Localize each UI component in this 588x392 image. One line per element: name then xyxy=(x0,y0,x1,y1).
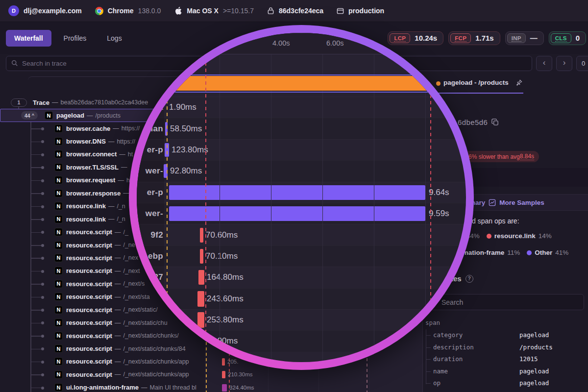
magnifier-ring: a1.90mslan58.50mser-p123.80mswer-92.80ms… xyxy=(129,25,474,370)
span-duration-bar[interactable] xyxy=(197,291,204,307)
span-description: /_n xyxy=(117,216,125,222)
chevron-up-icon: ^ xyxy=(32,113,34,118)
span-op-name: resource.script xyxy=(66,254,112,262)
tree-tick xyxy=(426,383,431,384)
attributes-search-input[interactable] xyxy=(441,298,539,306)
tree-connector xyxy=(30,193,42,194)
magnified-span-row[interactable]: a1.90ms xyxy=(137,97,466,118)
attributes-search-box[interactable] xyxy=(426,294,584,310)
trace-row[interactable]: Nui.long-animation-frame—Main UI thread … xyxy=(0,381,205,392)
span-description: /_next/static/chunks/app xyxy=(123,358,189,365)
metric-lcp[interactable]: LCP10.24s xyxy=(388,31,443,45)
metric-fcp[interactable]: FCP1.71s xyxy=(448,31,500,45)
metric-value: 1.71s xyxy=(471,34,498,42)
separator: — xyxy=(141,384,147,391)
next-result-button[interactable]: › xyxy=(556,56,572,71)
span-duration-bar[interactable] xyxy=(222,358,225,366)
span-op-name: resource.script xyxy=(66,267,112,274)
span-op-name: resource.script xyxy=(66,280,112,288)
metric-cls[interactable]: CLS0 xyxy=(549,31,586,45)
window-icon xyxy=(337,7,344,15)
tree-connector xyxy=(30,362,42,363)
span-duration-bar[interactable] xyxy=(222,384,227,392)
span-duration-label: 253.80ms xyxy=(207,315,244,325)
magnified-span-row[interactable]: wer-92.80ms xyxy=(137,160,466,181)
span-duration-bar[interactable] xyxy=(169,185,425,200)
tree-connector xyxy=(30,297,42,298)
tab-profiles[interactable]: Profiles xyxy=(55,30,95,47)
metric-value: — xyxy=(526,34,542,42)
user-group[interactable]: D dlj@example.com xyxy=(8,5,82,16)
separator: — xyxy=(115,306,121,313)
attribute-row[interactable]: duration12015 xyxy=(422,353,588,366)
tab-waterfall[interactable]: Waterfall xyxy=(6,30,51,47)
attribute-row[interactable]: namepageload xyxy=(422,366,588,378)
separator: — xyxy=(115,319,121,326)
chart-icon xyxy=(489,199,496,206)
attribute-key: op xyxy=(433,379,441,387)
pin-icon[interactable] xyxy=(515,79,523,88)
magnified-span-row[interactable]: sta243.60ms xyxy=(137,288,466,309)
span-description: /_next/static/chunks/app xyxy=(123,371,189,378)
span-op-name: browser.cache xyxy=(66,125,110,132)
span-duration-bar[interactable] xyxy=(200,228,203,243)
span-op-name: browser.response xyxy=(66,190,121,197)
attribute-row[interactable]: description/products xyxy=(422,342,588,354)
magnified-span-row[interactable]: er-p123.80ms xyxy=(137,139,466,160)
magnified-span-row[interactable]: 527164.80ms xyxy=(137,267,466,288)
metric-inp[interactable]: INP— xyxy=(505,31,544,45)
trace-row[interactable]: Nresource.script—/_next/static/chunks/ap… xyxy=(0,355,205,368)
separator: — xyxy=(108,216,115,222)
span-description: https:// xyxy=(117,138,135,145)
pageload-span-bar[interactable] xyxy=(137,76,466,91)
magnified-span-row[interactable]: ebp70.10ms xyxy=(137,245,466,267)
nextjs-icon: N xyxy=(54,370,63,379)
result-count[interactable]: 0 xyxy=(576,56,588,71)
tree-tick xyxy=(426,347,431,348)
magnified-span-row[interactable]: lan58.50ms xyxy=(137,118,466,139)
magnified-span-row[interactable]: 9f270.60ms xyxy=(137,224,466,245)
span-description: /_next/sta xyxy=(123,294,149,300)
span-duration-bar[interactable] xyxy=(198,270,204,285)
attribute-key: category xyxy=(433,331,463,339)
magnifier-lens: a1.90mslan58.50mser-p123.80mswer-92.80ms… xyxy=(137,33,466,362)
more-samples-link[interactable]: More Samples xyxy=(499,199,544,206)
tree-connector xyxy=(30,245,42,246)
separator: — xyxy=(115,280,121,287)
attribute-row[interactable]: oppageload xyxy=(422,377,588,390)
nextjs-icon: N xyxy=(54,267,63,275)
trace-row[interactable]: Nresource.script—/_next/static/chunks/ap… xyxy=(0,368,205,381)
prev-result-button[interactable]: ‹ xyxy=(536,56,552,71)
span-duration-bar[interactable] xyxy=(200,249,203,264)
magnified-span-row[interactable]: wer-9.59s xyxy=(137,203,466,224)
span-duration-bar[interactable] xyxy=(222,371,225,378)
attr-root-label: span xyxy=(425,319,440,326)
attribute-row[interactable]: categorypageload xyxy=(422,329,588,342)
span-id: 6dbe5d6 xyxy=(458,118,499,126)
span-description: /_ xyxy=(123,229,128,236)
span-duration-label: 9.64s xyxy=(429,188,449,197)
expand-badge[interactable]: 44^ xyxy=(21,111,38,120)
chrome-icon xyxy=(95,7,103,15)
span-duration-bar[interactable] xyxy=(169,206,425,221)
magnified-span-row[interactable]: er-p9.64s xyxy=(137,182,466,203)
magnified-waterfall-rows: a1.90mslan58.50mser-p123.80mswer-92.80ms… xyxy=(137,97,466,352)
tab-logs[interactable]: Logs xyxy=(98,30,130,47)
tree-connector xyxy=(30,284,42,285)
span-description: /_next/s xyxy=(123,280,145,287)
details-tab-label[interactable]: pageload - /products xyxy=(443,79,509,86)
trace-row[interactable]: Nresource.script—/_next/static/chunks/84 xyxy=(0,342,205,355)
span-description: /_n xyxy=(117,203,125,210)
op-color-dot xyxy=(487,234,491,239)
span-op-dot xyxy=(436,81,441,86)
span-duration-label: 243.60ms xyxy=(207,294,244,304)
span-duration-bar[interactable] xyxy=(197,312,204,328)
environment-group: production xyxy=(337,7,384,15)
copy-icon[interactable] xyxy=(491,119,499,126)
help-icon[interactable]: ? xyxy=(466,275,473,283)
op-label: imation-frame xyxy=(461,249,504,256)
view-tabs: Waterfall Profiles Logs xyxy=(6,30,130,47)
trace-row[interactable]: Nresource.script—/_next/static/chu xyxy=(0,316,205,329)
trace-row[interactable]: Nresource.script—/_next/static/chunks/ xyxy=(0,329,205,342)
span-description: bea5b26dac7810ab0c2ca43dee xyxy=(60,99,148,106)
